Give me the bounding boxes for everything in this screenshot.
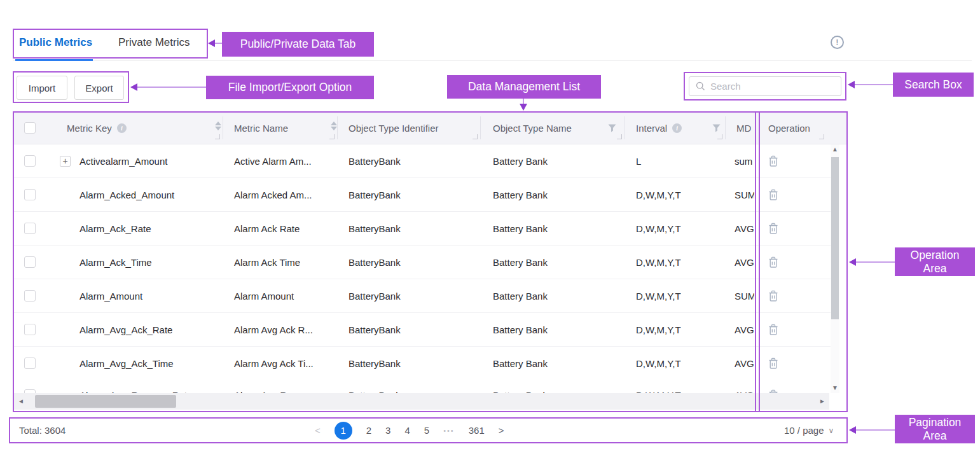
- annotation-label-search: Search Box: [893, 73, 974, 97]
- column-header-md[interactable]: MD: [736, 111, 755, 144]
- cell-object-type-identifier: BatteryBank: [349, 144, 401, 178]
- resize-handle-icon[interactable]: [617, 134, 622, 139]
- resize-handle-icon[interactable]: [215, 134, 220, 139]
- table-row[interactable]: Alarm_Avg_Ack_Rate Alarm Avg Ack R... Ba…: [13, 313, 832, 347]
- cell-object-type-name: Battery Bank: [493, 347, 548, 380]
- tab-private-metrics[interactable]: Private Metrics: [118, 36, 190, 49]
- annotation-operation-left-line2: [759, 111, 760, 412]
- horizontal-scrollbar[interactable]: ◄ ►: [14, 393, 829, 410]
- cell-metric-key: Activealarm_Amount: [79, 144, 167, 178]
- row-checkbox[interactable]: [24, 290, 36, 302]
- row-checkbox[interactable]: [24, 189, 36, 200]
- delete-icon[interactable]: [768, 256, 778, 268]
- chevron-down-icon: ∨: [829, 426, 834, 435]
- column-header-operation: Operation: [768, 111, 810, 144]
- cell-object-type-identifier: BatteryBank: [349, 246, 401, 279]
- scroll-left-icon[interactable]: ◄: [18, 398, 24, 405]
- delete-icon[interactable]: [768, 155, 778, 167]
- column-divider: [337, 116, 338, 139]
- info-icon[interactable]: i: [672, 123, 682, 133]
- resize-handle-icon[interactable]: [717, 134, 722, 139]
- table-row[interactable]: Alarm_Avg_Ack_Time Alarm Avg Ack Ti... B…: [13, 347, 832, 380]
- cell-md: SUM: [735, 279, 754, 313]
- cell-metric-name: Alarm Avg Ack R...: [234, 313, 313, 347]
- cell-object-type-name: Battery Bank: [493, 212, 548, 246]
- cell-object-type-name: Battery Bank: [493, 313, 548, 347]
- table-row[interactable]: Alarm_Ack_Rate Alarm Ack Rate BatteryBan…: [13, 212, 832, 246]
- column-header-metric-key[interactable]: Metric Key i: [67, 111, 127, 144]
- annotation-label-list: Data Management List: [447, 75, 601, 99]
- delete-icon[interactable]: [768, 357, 778, 370]
- cell-metric-name: Alarm Ack Rate: [234, 212, 300, 246]
- tab-public-metrics[interactable]: Public Metrics: [19, 36, 92, 49]
- delete-icon[interactable]: [768, 189, 778, 201]
- cell-metric-key: Alarm_Ack_Time: [79, 246, 152, 279]
- cell-md: SUM: [735, 178, 754, 212]
- pagination-page-2[interactable]: 2: [366, 425, 371, 436]
- expand-icon[interactable]: +: [60, 156, 71, 167]
- search-box[interactable]: [689, 76, 841, 96]
- row-checkbox[interactable]: [24, 223, 36, 234]
- pagination-page-last[interactable]: 361: [469, 425, 485, 436]
- annotation-arrowline-pagination: [856, 429, 895, 431]
- pagination-page-5[interactable]: 5: [424, 425, 429, 436]
- cell-metric-key: Alarm_Ack_Rate: [79, 212, 151, 246]
- row-checkbox[interactable]: [24, 324, 36, 335]
- table-row[interactable]: Alarm_Amount Alarm Amount BatteryBank Ba…: [13, 279, 832, 313]
- notice-icon[interactable]: !: [831, 36, 844, 49]
- info-icon[interactable]: i: [117, 123, 127, 133]
- column-header-object-type-identifier[interactable]: Object Type Identifier: [349, 111, 438, 144]
- cell-object-type-identifier: BatteryBank: [349, 313, 401, 347]
- scroll-up-icon[interactable]: ▲: [832, 146, 838, 153]
- delete-icon[interactable]: [768, 223, 778, 235]
- cell-object-type-name: Battery Bank: [493, 144, 548, 178]
- column-header-metric-name[interactable]: Metric Name: [234, 111, 288, 144]
- annotation-operation-left-line: [755, 111, 756, 412]
- pagination-page-1[interactable]: 1: [335, 422, 352, 440]
- horizontal-scrollbar-thumb[interactable]: [35, 395, 176, 408]
- vertical-scrollbar-thumb[interactable]: [831, 157, 839, 319]
- annotation-arrowhead-list: [520, 104, 527, 111]
- row-checkbox[interactable]: [24, 256, 36, 268]
- annotation-arrowline-operation: [856, 261, 895, 263]
- page-size-selector[interactable]: 10 / page ∨: [784, 417, 834, 443]
- column-header-interval[interactable]: Interval i: [636, 111, 682, 144]
- pagination-total: Total: 3604: [19, 417, 66, 443]
- cell-metric-name: Active Alarm Am...: [234, 144, 312, 178]
- cell-object-type-identifier: BatteryBank: [349, 279, 401, 313]
- row-checkbox[interactable]: [24, 357, 36, 369]
- table-row[interactable]: Alarm_Acked_Amount Alarm Acked Am... Bat…: [13, 178, 832, 212]
- annotation-arrowhead-search: [848, 81, 855, 88]
- cell-metric-name: Alarm Acked Am...: [234, 178, 312, 212]
- vertical-scrollbar[interactable]: ▲ ▼: [831, 144, 839, 393]
- export-button[interactable]: Export: [74, 76, 124, 100]
- cell-md: AVG: [735, 212, 754, 246]
- filter-icon[interactable]: [712, 124, 721, 132]
- active-tab-underline: [15, 59, 93, 61]
- resize-handle-icon[interactable]: [473, 134, 478, 139]
- delete-icon[interactable]: [768, 324, 778, 336]
- table-row[interactable]: Alarm_Ack_Time Alarm Ack Time BatteryBan…: [13, 246, 832, 279]
- row-checkbox[interactable]: [24, 155, 36, 167]
- cell-interval: D,W,M,Y,T: [636, 313, 681, 347]
- select-all-checkbox[interactable]: [24, 122, 36, 134]
- pagination-page-4[interactable]: 4: [404, 425, 410, 436]
- sort-icon[interactable]: [331, 121, 337, 130]
- pagination-prev-button[interactable]: <: [315, 425, 321, 436]
- pagination-page-3[interactable]: 3: [385, 425, 390, 436]
- scroll-down-icon[interactable]: ▼: [832, 384, 838, 392]
- delete-icon[interactable]: [768, 290, 778, 302]
- annotation-arrowhead-tabs: [208, 39, 215, 47]
- resize-handle-icon[interactable]: [329, 134, 335, 139]
- pagination-ellipsis[interactable]: •••: [443, 427, 455, 434]
- resize-handle-icon[interactable]: [819, 134, 824, 139]
- table-row[interactable]: + Activealarm_Amount Active Alarm Am... …: [13, 144, 832, 178]
- pagination-next-button[interactable]: >: [499, 425, 504, 436]
- filter-icon[interactable]: [608, 124, 616, 132]
- search-input[interactable]: [710, 81, 831, 92]
- sort-icon[interactable]: [215, 121, 221, 130]
- import-button[interactable]: Import: [17, 76, 67, 100]
- scroll-right-icon[interactable]: ►: [819, 398, 825, 405]
- column-header-object-type-name[interactable]: Object Type Name: [493, 111, 572, 144]
- search-icon: [696, 81, 705, 91]
